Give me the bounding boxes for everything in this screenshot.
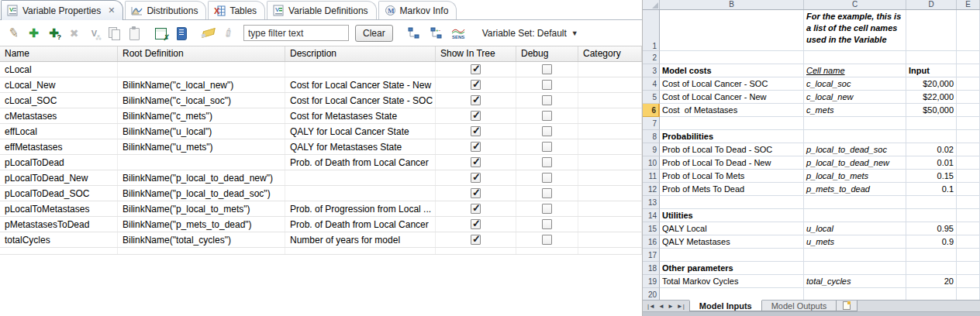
cell-B17[interactable] (660, 249, 804, 262)
cell-C9[interactable]: p_local_to_dead_soc (804, 143, 906, 156)
show-in-tree-checkbox[interactable] (471, 188, 481, 198)
cell-C4[interactable]: c_local_soc (804, 77, 906, 91)
cell-C17[interactable] (804, 249, 906, 262)
table-row[interactable]: pMetastasesToDeadBilinkName("p_mets_to_d… (0, 217, 642, 232)
sheet-tab-model-outputs[interactable]: Model Outputs (761, 301, 837, 311)
show-in-tree-checkbox[interactable] (471, 204, 481, 214)
tab-variable-definitions[interactable]: V Variable Definitions (267, 1, 377, 19)
row-number[interactable]: 19 (643, 275, 660, 288)
cell-C5[interactable]: c_local_new (804, 91, 906, 104)
row-number[interactable]: 13 (643, 196, 660, 209)
cell-B2[interactable] (660, 51, 804, 64)
row-number[interactable]: 7 (643, 117, 660, 130)
cell-E9[interactable] (957, 143, 980, 156)
tab-markov-info[interactable]: M Markov Info (378, 1, 457, 19)
debug-checkbox[interactable] (542, 95, 552, 105)
show-in-tree-checkbox[interactable] (471, 64, 481, 74)
cell-C7[interactable] (804, 117, 906, 130)
column-header-name[interactable]: Name (0, 46, 118, 61)
table-row[interactable]: effMetastasesBilinkName("u_mets")QALY fo… (0, 139, 642, 155)
add-variable-icon[interactable] (25, 25, 43, 42)
cell-B8[interactable]: Probabilities (660, 130, 804, 143)
row-number[interactable]: 5 (643, 91, 660, 104)
cell-C11[interactable]: p_local_to_mets (804, 170, 906, 183)
last-sheet-icon[interactable]: ►| (677, 303, 685, 310)
cell-D7[interactable] (906, 117, 957, 130)
cell-C15[interactable]: u_local (804, 222, 906, 235)
column-header-category[interactable]: Category (578, 46, 642, 61)
cell-E16[interactable] (957, 235, 980, 249)
select-all-corner[interactable] (643, 0, 660, 9)
cell-C1[interactable]: For the example, this is a list of the c… (804, 10, 906, 51)
sensitivity-sens-icon[interactable]: SENS (450, 25, 468, 42)
cell-C13[interactable] (804, 196, 906, 209)
column-header-show-in-tree[interactable]: Show In Tree (436, 46, 516, 61)
column-header-b[interactable]: B (660, 0, 804, 9)
table-row[interactable]: totalCyclesBilinkName("total_cycles")Num… (0, 232, 642, 248)
row-number[interactable]: 15 (643, 222, 660, 235)
cell-C12[interactable]: p_mets_to_dead (804, 183, 906, 196)
cell-B15[interactable]: QALY Local (660, 222, 804, 235)
next-sheet-icon[interactable]: ► (668, 303, 674, 310)
cell-D10[interactable]: 0.01 (906, 156, 957, 170)
cell-D6[interactable]: $50,000 (906, 104, 957, 117)
cell-B4[interactable]: Cost of Local Cancer - SOC (660, 77, 804, 91)
cell-D17[interactable] (906, 249, 957, 262)
column-header-c[interactable]: C (804, 0, 906, 9)
debug-checkbox[interactable] (542, 235, 552, 245)
table-row[interactable]: pLocalToDeadProb. of Death from Local Ca… (0, 155, 642, 170)
row-number[interactable]: 17 (643, 249, 660, 262)
cell-D4[interactable]: $20,000 (906, 77, 957, 91)
cell-B14[interactable]: Utilities (660, 209, 804, 222)
cell-D8[interactable] (906, 130, 957, 143)
tab-distributions[interactable]: Distributions (125, 1, 206, 19)
debug-checkbox[interactable] (542, 111, 552, 121)
cell-B18[interactable]: Other parameters (660, 262, 804, 275)
cell-E8[interactable] (957, 130, 980, 143)
rename-variable-icon[interactable] (85, 25, 103, 42)
row-number[interactable]: 18 (643, 262, 660, 275)
show-in-tree-checkbox[interactable] (471, 95, 481, 105)
tree-view-plus-minus-icon[interactable]: +- (427, 25, 445, 42)
cell-E10[interactable] (957, 156, 980, 170)
cell-C10[interactable]: p_local_to_dead_new (804, 156, 906, 170)
cell-C3[interactable]: Cell name (804, 64, 906, 77)
tab-tables[interactable]: X Tables (208, 1, 265, 19)
row-number[interactable]: 10 (643, 156, 660, 170)
table-row[interactable]: effLocalBilinkName("u_local")QALY for Lo… (0, 124, 642, 139)
show-in-tree-checkbox[interactable] (471, 142, 481, 152)
filter-input[interactable] (243, 25, 349, 41)
show-in-tree-checkbox[interactable] (471, 219, 481, 229)
debug-checkbox[interactable] (542, 142, 552, 152)
sheet-tab-model-inputs[interactable]: Model Inputs (689, 300, 762, 311)
cell-D18[interactable] (906, 262, 957, 275)
table-row[interactable]: cMetastasesBilinkName("c_mets")Cost for … (0, 108, 642, 124)
table-row[interactable]: pLocalToMetastasesBilinkName("p_local_to… (0, 201, 642, 217)
show-in-tree-checkbox[interactable] (471, 235, 481, 245)
cell-D9[interactable]: 0.02 (906, 143, 957, 156)
cell-B16[interactable]: QALY Metastases (660, 235, 804, 249)
debug-checkbox[interactable] (542, 80, 552, 90)
cell-D12[interactable]: 0.1 (906, 183, 957, 196)
row-number[interactable]: 4 (643, 77, 660, 91)
table-row[interactable]: pLocalToDead_SOCBilinkName("p_local_to_d… (0, 186, 642, 201)
row-number[interactable]: 6 (643, 104, 660, 117)
show-in-tree-checkbox[interactable] (471, 111, 481, 121)
cell-D3[interactable]: Input (906, 64, 957, 77)
table-row[interactable]: pLocalToDead_NewBilinkName("p_local_to_d… (0, 170, 642, 186)
row-number[interactable]: 3 (643, 64, 660, 77)
copy-icon[interactable] (105, 25, 123, 42)
variable-set-dropdown[interactable]: Variable Set: Default ▼ (482, 28, 578, 39)
paste-icon[interactable] (126, 25, 143, 42)
row-number[interactable]: 1 (643, 10, 660, 51)
cell-B1[interactable] (660, 10, 804, 51)
column-header-root-definition[interactable]: Root Definition (118, 46, 285, 61)
export-excel-icon[interactable] (153, 25, 171, 42)
cell-B5[interactable]: Cost of Local Cancer - New (660, 91, 804, 104)
row-number[interactable]: 20 (643, 288, 660, 301)
cell-C6[interactable]: c_mets (804, 104, 906, 117)
cell-E7[interactable] (957, 117, 980, 130)
cell-E13[interactable] (957, 196, 980, 209)
insert-worksheet-tab[interactable] (836, 301, 858, 311)
cell-C8[interactable] (804, 130, 906, 143)
